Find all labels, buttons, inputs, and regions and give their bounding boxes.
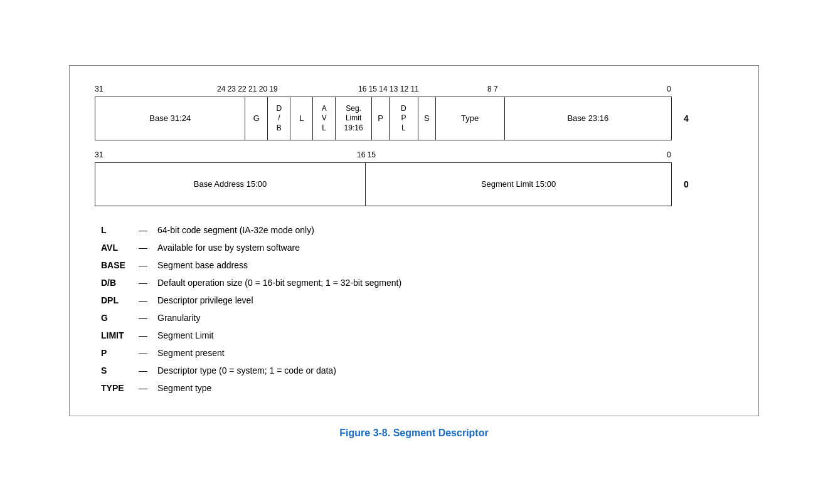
legend-key-dpl: DPL (101, 291, 139, 309)
legend-desc-s: Descriptor type (0 = system; 1 = code or… (157, 362, 733, 379)
cell-type: Type (436, 97, 505, 140)
top-row-label: 4 (677, 113, 696, 123)
cell-g: G (245, 97, 268, 140)
bottom-register-wrap: Base Address 15:00 Segment Limit 15:00 0 (95, 162, 733, 206)
legend-desc-limit: Segment Limit (157, 327, 733, 344)
legend-key-type: TYPE (101, 379, 139, 397)
legend-key-avl: AVL (101, 239, 139, 256)
legend-key-limit: LIMIT (101, 327, 139, 344)
bottom-register: Base Address 15:00 Segment Limit 15:00 (95, 162, 672, 206)
bit-label-31-top: 31 (95, 85, 103, 93)
cell-base-23-16: Base 23:16 (505, 97, 671, 140)
legend-desc-dpl: Descriptor privilege level (157, 291, 733, 309)
cell-seg-limit-bot: Segment Limit 15:00 (366, 163, 671, 206)
bit-label-16-bot: 16 15 (357, 150, 376, 159)
bottom-row-label: 0 (677, 179, 696, 189)
legend-desc-avl: Available for use by system software (157, 239, 733, 256)
top-register: Base 31:24 G D / B L A V L (95, 97, 672, 140)
legend-desc-type: Segment type (157, 379, 733, 397)
bit-label-16-top: 16 15 14 13 12 11 (358, 85, 419, 93)
legend-key-db: D/B (101, 274, 139, 291)
bit-label-0-bot: 0 (667, 150, 671, 159)
legend-desc-db: Default operation size (0 = 16-bit segme… (157, 274, 733, 291)
cell-dpl: D P L (390, 97, 418, 140)
legend-item-limit: LIMIT — Segment Limit (101, 327, 733, 344)
bit-label-31-bot: 31 (95, 150, 103, 159)
legend-item-type: TYPE — Segment type (101, 379, 733, 397)
cell-seg-limit: Seg. Limit 19:16 (336, 97, 372, 140)
cell-l: L (290, 97, 313, 140)
top-register-wrap: Base 31:24 G D / B L A V L (95, 97, 733, 140)
legend-item-db: D/B — Default operation size (0 = 16-bit… (101, 274, 733, 291)
bit-label-24-top: 24 23 22 21 20 19 (217, 85, 278, 93)
cell-db: D / B (268, 97, 290, 140)
legend-item-p: P — Segment present (101, 344, 733, 362)
cell-p: P (372, 97, 390, 140)
bit-label-8-top: 8 7 (487, 85, 498, 93)
legend-key-base: BASE (101, 256, 139, 274)
bit-label-0-top: 0 (667, 85, 671, 93)
legend-key-p: P (101, 344, 139, 362)
legend-item-base: BASE — Segment base address (101, 256, 733, 274)
legend-key-g: G (101, 309, 139, 327)
cell-s: S (418, 97, 436, 140)
legend-desc-g: Granularity (157, 309, 733, 327)
legend-item-dpl: DPL — Descriptor privilege level (101, 291, 733, 309)
legend-item-s: S — Descriptor type (0 = system; 1 = cod… (101, 362, 733, 379)
bottom-diagram: 31 16 15 0 Base Address 15:00 Segment Li… (95, 150, 733, 206)
cell-base-addr: Base Address 15:00 (95, 163, 366, 206)
legend-key-l: L (101, 221, 139, 239)
cell-base-31-24: Base 31:24 (95, 97, 245, 140)
legend-desc-l: 64-bit code segment (IA-32e mode only) (157, 221, 733, 239)
top-diagram: 31 24 23 22 21 20 19 16 15 14 13 12 11 8… (95, 85, 733, 140)
legend-item-l: L — 64-bit code segment (IA-32e mode onl… (101, 221, 733, 239)
legend-item-g: G — Granularity (101, 309, 733, 327)
cell-avl: A V L (313, 97, 336, 140)
figure-caption: Figure 3-8. Segment Descriptor (339, 428, 488, 439)
legend: L — 64-bit code segment (IA-32e mode onl… (101, 221, 733, 397)
legend-item-avl: AVL — Available for use by system softwa… (101, 239, 733, 256)
legend-desc-p: Segment present (157, 344, 733, 362)
figure-container: 31 24 23 22 21 20 19 16 15 14 13 12 11 8… (69, 65, 759, 416)
legend-key-s: S (101, 362, 139, 379)
legend-desc-base: Segment base address (157, 256, 733, 274)
